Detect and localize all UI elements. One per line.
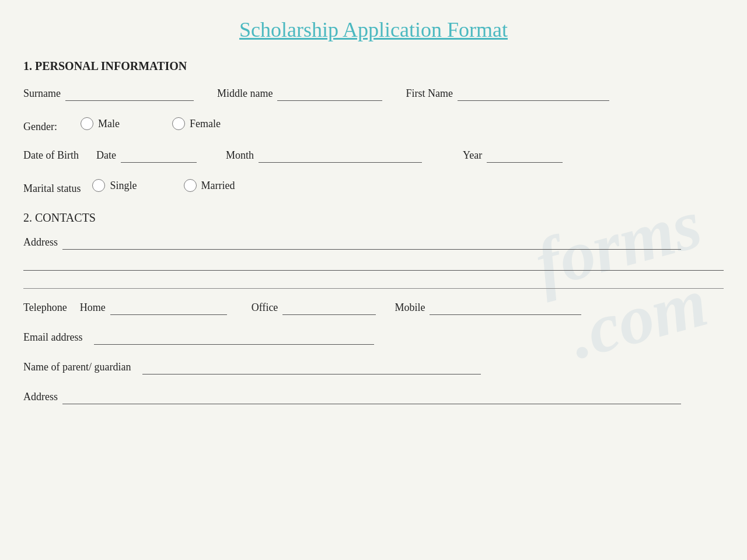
- address-input2[interactable]: [23, 254, 724, 271]
- marital-label: Marital status: [23, 183, 81, 195]
- mobile-label: Mobile: [395, 302, 425, 314]
- email-row: Email address: [23, 331, 724, 345]
- married-label: Married: [201, 180, 235, 192]
- married-radio[interactable]: [184, 179, 197, 192]
- year-group: Year: [463, 149, 563, 163]
- address-input1[interactable]: [62, 236, 681, 250]
- telephone-label: Telephone: [23, 302, 67, 314]
- office-group: Office: [252, 302, 376, 315]
- single-label: Single: [110, 180, 137, 192]
- month-group: Month: [226, 149, 422, 163]
- firstname-input[interactable]: [458, 88, 609, 101]
- address-row2: [23, 254, 724, 271]
- female-radio-group: Female: [172, 117, 221, 130]
- dob-label: Date of Birth: [23, 149, 79, 162]
- home-group: Home: [80, 302, 227, 315]
- divider: [23, 288, 724, 289]
- surname-group: Surname: [23, 88, 194, 101]
- female-radio[interactable]: [172, 117, 185, 130]
- middlename-group: Middle name: [217, 88, 382, 101]
- email-input[interactable]: [94, 331, 374, 345]
- single-radio[interactable]: [92, 179, 105, 192]
- month-input[interactable]: [259, 149, 422, 163]
- male-radio-group: Male: [81, 117, 120, 130]
- address2-row: Address: [23, 391, 724, 404]
- name-row: Surname Middle name First Name: [23, 88, 724, 101]
- firstname-group: First Name: [406, 88, 609, 101]
- date-group: Date: [96, 149, 197, 163]
- year-label: Year: [463, 149, 482, 162]
- telephone-row: Telephone Home Office Mobile: [23, 302, 724, 315]
- gender-row: Gender: Male Female: [23, 117, 724, 133]
- home-label: Home: [80, 302, 106, 314]
- single-radio-group: Single: [92, 179, 137, 192]
- year-input[interactable]: [487, 149, 563, 163]
- guardian-row: Name of parent/ guardian: [23, 361, 724, 374]
- address-row1: Address: [23, 236, 724, 250]
- guardian-label: Name of parent/ guardian: [23, 361, 131, 373]
- firstname-label: First Name: [406, 88, 453, 100]
- date-input[interactable]: [121, 149, 197, 163]
- address2-label: Address: [23, 391, 58, 403]
- page-title: Scholarship Application Format: [23, 18, 724, 42]
- section2-heading: 2. CONTACTS: [23, 211, 724, 225]
- section1-heading: 1. PERSONAL INFORMATION: [23, 60, 724, 73]
- email-label: Email address: [23, 331, 82, 344]
- address2-input[interactable]: [62, 391, 681, 404]
- male-radio[interactable]: [81, 117, 93, 130]
- male-label: Male: [98, 118, 120, 130]
- surname-label: Surname: [23, 88, 61, 100]
- office-input[interactable]: [282, 302, 376, 315]
- married-radio-group: Married: [184, 179, 235, 192]
- guardian-input[interactable]: [142, 361, 481, 374]
- date-label: Date: [96, 149, 116, 162]
- mobile-group: Mobile: [395, 302, 581, 315]
- gender-label: Gender:: [23, 121, 57, 133]
- address-label: Address: [23, 236, 58, 249]
- office-label: Office: [252, 302, 278, 314]
- home-input[interactable]: [110, 302, 227, 315]
- middlename-label: Middle name: [217, 88, 273, 100]
- marital-row: Marital status Single Married: [23, 179, 724, 195]
- middlename-input[interactable]: [277, 88, 382, 101]
- dob-row: Date of Birth Date Month Year: [23, 149, 724, 163]
- month-label: Month: [226, 149, 254, 162]
- female-label: Female: [190, 118, 221, 130]
- surname-input[interactable]: [65, 88, 194, 101]
- mobile-input[interactable]: [430, 302, 581, 315]
